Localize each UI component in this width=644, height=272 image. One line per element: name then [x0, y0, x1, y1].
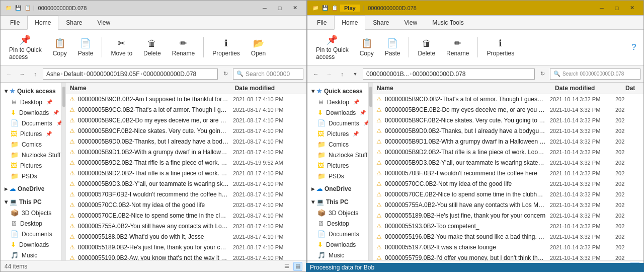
sidebar-header-onedrive[interactable]: ▸ ☁ OneDrive [1, 183, 61, 194]
sidebar-header-quick-access[interactable]: ▾ ★ Quick access [1, 86, 61, 97]
right-recent-button[interactable]: ▼ [350, 69, 361, 80]
table-row[interactable]: ⚠ 00000005B9CB.0B2-Am I supposed to be t… [66, 94, 306, 105]
sidebar-item-psds[interactable]: 📁 PSDs [1, 171, 61, 181]
table-row[interactable]: ⚠ 000000570CE.0B2-Nice to spend some tim… [66, 211, 306, 221]
table-row[interactable]: ⚠ 00000005B9CC.0B2-That's a lot of armor… [66, 105, 306, 115]
right-sidebar-item-pictures2[interactable]: 🖼 Pictures [307, 160, 368, 171]
right-back-button[interactable]: ← [310, 69, 321, 80]
sidebar-item-pictures2[interactable]: 🖼 Pictures [1, 160, 61, 171]
path-segment-1[interactable]: Ashe [46, 71, 60, 78]
path-segment-2[interactable]: Default [64, 71, 83, 78]
table-row[interactable]: ⚠ 0000005755A.0B2-You still have any con… [373, 200, 643, 211]
column-header-date[interactable]: Date modified [233, 85, 306, 92]
sidebar-item-comics[interactable]: 📁 Comics [1, 139, 61, 150]
sidebar-item-nuzlocke[interactable]: 📁 Nuzlocke Stuff [1, 150, 61, 160]
table-row[interactable]: ⚠ 00000055189.0B2-He's just fine, thank … [373, 211, 643, 221]
right-close-button[interactable]: ✕ [624, 3, 639, 13]
path-segment-3[interactable]: 0000000001B9.05F [87, 71, 139, 78]
table-row[interactable]: ⚠ 00000055196.0B2-You make that sound li… [373, 232, 643, 242]
right-sidebar-item-desktop[interactable]: 🖥 Desktop 📌 [307, 97, 368, 107]
right-tab-music-tools[interactable]: Music Tools [425, 16, 471, 29]
table-row[interactable]: ⚠ 00000055188.0B2-What'd you do with it,… [66, 232, 306, 242]
right-forward-button[interactable]: → [324, 69, 335, 80]
table-row[interactable]: ⚠ 000000570CC.0B2-Not my idea of the goo… [66, 200, 306, 211]
table-row[interactable]: ⚠ 000000570CC.0B2-Not my idea of the goo… [373, 179, 643, 189]
right-column-header-date[interactable]: Date modified [553, 85, 623, 92]
table-row[interactable]: ⚠ 00000005B9D1.0B2-With a grumpy dwarf i… [373, 137, 643, 147]
ribbon-btn-rename[interactable]: ✏ Rename [168, 35, 199, 59]
right-sidebar-item-nuzlocke[interactable]: 📁 Nuzlocke Stuff [307, 150, 368, 160]
right-address-path[interactable]: 0000000001B... › 00000000000D.078 [363, 69, 535, 80]
tab-home[interactable]: Home [27, 16, 58, 30]
right-maximize-button[interactable]: □ [609, 3, 624, 13]
right-sidebar-item-documents[interactable]: 📄 Documents 📌 [307, 118, 368, 128]
right-sidebar-header-quick-access[interactable]: ▾ ★ Quick access [307, 86, 368, 97]
up-button[interactable]: ↑ [30, 69, 41, 80]
table-row[interactable]: ⚠ 00000005B9CE.0B2-Do my eyes deceive me… [66, 115, 306, 126]
table-row[interactable]: ⚠ 00000005B9D3.0B2-Y'all, our teammate i… [66, 179, 306, 189]
tab-share[interactable]: Share [58, 16, 90, 29]
right-ribbon-btn-delete[interactable]: 🗑 Delete [413, 36, 440, 59]
table-row[interactable]: ⚠ 00000005B9CE.0B2-Do my eyes deceive me… [373, 105, 643, 115]
sidebar-item-music[interactable]: 🎵 Music [1, 250, 61, 260]
sidebar-item-3dobjects[interactable]: 📦 3D Objects [1, 208, 61, 218]
table-row[interactable]: ⚠ 00000005B9D1.0B2-With a grumpy dwarf i… [66, 147, 306, 158]
view-btn-list[interactable]: ☰ [282, 262, 291, 271]
table-row[interactable]: ⚠ 000000570BF.0B2-I wouldn't recommend t… [66, 189, 306, 200]
right-ribbon-btn-rename[interactable]: ✏ Rename [442, 35, 473, 59]
ribbon-btn-pin[interactable]: 📌 Pin to Quickaccess [5, 32, 46, 63]
table-row[interactable]: ⚠ 00000005B9CF.0B2-Nice skates. Very cut… [373, 115, 643, 126]
table-row[interactable]: ⚠ 0000005755A.0B2-You still have any con… [66, 221, 306, 232]
help-button[interactable]: ? [628, 42, 639, 53]
right-ribbon-btn-paste[interactable]: 📄 Paste [380, 35, 405, 59]
ribbon-btn-open[interactable]: 📂 Open [247, 35, 270, 59]
sidebar-scrollbar[interactable] [62, 83, 66, 260]
table-row[interactable]: ⚠ 00000055759.0B2-I'd offer you money, b… [373, 253, 643, 260]
right-tab-home[interactable]: Home [334, 16, 365, 30]
table-row[interactable]: ⚠ 00000005B9CF.0B2-Nice skates. Very cut… [66, 126, 306, 137]
sidebar-item-documents2[interactable]: 📄 Documents [1, 229, 61, 239]
path-segment-4[interactable]: 00000000000D.078 [143, 71, 196, 78]
address-path[interactable]: Ashe › Default › 0000000001B9.05F › 0000… [43, 69, 218, 80]
sidebar-item-downloads2[interactable]: ⬇ Downloads [1, 239, 61, 250]
right-sidebar-header-thispc[interactable]: ▾ 💻 This PC [307, 196, 368, 208]
right-sidebar-header-onedrive[interactable]: ▸ ☁ OneDrive [307, 183, 368, 194]
right-sidebar-item-comics[interactable]: 📁 Comics [307, 139, 368, 150]
minimize-button[interactable]: ─ [257, 3, 272, 13]
forward-button[interactable]: → [17, 69, 28, 80]
right-path-segment-1[interactable]: 0000000001B... [366, 71, 409, 78]
ribbon-btn-paste[interactable]: 📄 Paste [73, 35, 98, 59]
right-search-box[interactable]: 🔍 Search 00000000000D.078 [550, 69, 640, 80]
right-sidebar-item-pictures[interactable]: 🖼 Pictures 📌 [307, 128, 368, 139]
right-tab-share[interactable]: Share [365, 16, 396, 29]
column-header-name[interactable]: Name [66, 85, 233, 92]
right-column-header-extra[interactable]: Dat [623, 85, 643, 92]
right-sidebar-scrollbar[interactable] [369, 83, 373, 260]
right-sidebar-item-psds[interactable]: 📁 PSDs [307, 171, 368, 181]
right-tab-view[interactable]: View [396, 16, 425, 29]
close-button[interactable]: ✕ [287, 3, 302, 13]
table-row[interactable]: ⚠ 000000570BF.0B2-I wouldn't recommend t… [373, 168, 643, 179]
right-sidebar-item-desktop2[interactable]: 🖥 Desktop [307, 218, 368, 229]
table-row[interactable]: ⚠ 00000005B9D2.0B2-That rifle is a fine … [66, 158, 306, 168]
right-ribbon-btn-pin[interactable]: 📌 Pin to Quickaccess [311, 32, 353, 63]
tab-view[interactable]: View [90, 16, 118, 29]
right-sidebar-item-music[interactable]: 🎵 Music [307, 250, 368, 260]
sidebar-header-thispc[interactable]: ▾ 💻 This PC [1, 196, 61, 208]
table-row[interactable]: ⚠ 00000005B9D2.0B2-That rifle is a fine … [66, 168, 306, 179]
right-sidebar-item-downloads[interactable]: ⬇ Downloads 📌 [307, 107, 368, 118]
ribbon-btn-copy[interactable]: 📋 Copy [48, 35, 71, 59]
table-row[interactable]: ⚠ 00000055189.0B2-He's just fine, thank … [66, 242, 306, 253]
sidebar-item-documents[interactable]: 📄 Documents 📌 [1, 118, 61, 128]
right-refresh-button[interactable]: ↻ [537, 69, 548, 80]
sidebar-item-desktop2[interactable]: 🖥 Desktop [1, 218, 61, 229]
table-row[interactable]: ⚠ 00000055193.0B2-Too competent_ 2021-10… [373, 221, 643, 232]
right-sidebar-item-documents2[interactable]: 📄 Documents [307, 229, 368, 239]
sidebar-item-downloads[interactable]: ⬇ Downloads 📌 [1, 107, 61, 118]
table-row[interactable]: ⚠ 00000005B9D0.0B2-Thanks, but I already… [373, 126, 643, 137]
right-tab-file[interactable]: File [309, 16, 334, 29]
right-sidebar-item-downloads2[interactable]: ⬇ Downloads [307, 239, 368, 250]
table-row[interactable]: ⚠ 00000005B9CD.0B2-That's a lot of armor… [373, 94, 643, 105]
sidebar-item-desktop[interactable]: 🖥 Desktop 📌 [1, 97, 61, 107]
view-btn-details[interactable]: ▤ [293, 262, 302, 271]
